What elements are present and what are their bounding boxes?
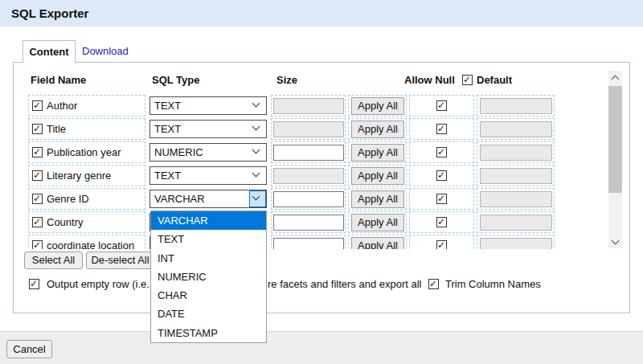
sql-type-select[interactable]: NUMERIC — [149, 143, 267, 162]
allow-null-checkbox[interactable] — [436, 217, 447, 227]
apply-cell: Apply All — [348, 95, 407, 117]
default-input — [480, 145, 552, 161]
sql-type-value: TEXT — [154, 121, 181, 137]
allow-null-checkbox[interactable] — [436, 170, 447, 181]
select-arrow-zone[interactable] — [249, 121, 266, 137]
size-input[interactable] — [273, 238, 344, 249]
chevron-down-icon — [252, 123, 260, 131]
size-input[interactable] — [273, 121, 344, 137]
field-checkbox[interactable] — [32, 100, 43, 111]
table-row: Country Apply All — [14, 211, 608, 235]
apply-cell: Apply All — [348, 141, 407, 163]
default-input — [480, 121, 552, 137]
table-row: Author TEXT Apply All — [14, 95, 608, 118]
dropdown-option-timestamp[interactable]: TIMESTAMP — [151, 324, 266, 342]
table-row: Publication year NUMERIC Apply All — [14, 141, 608, 165]
apply-all-button[interactable]: Apply All — [351, 190, 404, 208]
trim-column-names-label: Trim Column Names — [445, 278, 541, 290]
apply-all-button[interactable]: Apply All — [351, 121, 404, 138]
dropdown-option-text[interactable]: TEXT — [151, 230, 266, 248]
sql-type-select[interactable]: VARCHAR — [149, 190, 267, 208]
sql-type-cell: TEXT — [148, 165, 268, 186]
select-all-button[interactable]: Select All — [24, 252, 83, 269]
allow-null-cell — [409, 188, 474, 210]
size-cell — [271, 95, 346, 117]
size-input[interactable] — [273, 191, 344, 207]
select-arrow-zone[interactable] — [249, 190, 266, 207]
dropdown-option-char[interactable]: CHAR — [151, 286, 266, 305]
field-name-cell: Title — [28, 118, 145, 140]
allow-null-cell — [409, 118, 474, 140]
apply-cell: Apply All — [348, 188, 407, 210]
size-input[interactable] — [273, 98, 344, 114]
field-checkbox[interactable] — [32, 194, 43, 204]
chevron-down-icon — [252, 100, 260, 108]
apply-all-button[interactable]: Apply All — [351, 237, 404, 249]
allow-null-cell — [409, 235, 474, 249]
field-checkbox[interactable] — [32, 240, 43, 249]
tab-content[interactable]: Content — [23, 40, 76, 63]
trim-column-names-checkbox[interactable] — [428, 279, 439, 289]
field-checkbox[interactable] — [32, 147, 43, 157]
apply-all-button[interactable]: Apply All — [351, 144, 404, 162]
chevron-down-icon — [252, 170, 260, 178]
field-name-label: Publication year — [47, 142, 121, 163]
scroll-up-button[interactable] — [608, 71, 622, 84]
cancel-button[interactable]: Cancel — [6, 340, 52, 358]
output-empty-row-checkbox[interactable] — [29, 279, 39, 289]
dropdown-option-numeric[interactable]: NUMERIC — [151, 268, 266, 286]
allow-null-cell — [409, 165, 474, 186]
sql-type-value: TEXT — [154, 97, 181, 114]
size-input[interactable] — [273, 168, 344, 184]
allow-null-checkbox[interactable] — [436, 147, 447, 157]
default-cell — [477, 118, 555, 140]
size-input[interactable] — [273, 145, 344, 161]
select-arrow-zone[interactable] — [249, 97, 266, 114]
table-row: coordinate location Apply All — [14, 235, 608, 249]
field-checkbox[interactable] — [32, 170, 43, 181]
allow-null-checkbox[interactable] — [436, 124, 447, 134]
dialog-title: SQL Exporter — [11, 0, 88, 27]
apply-cell: Apply All — [348, 235, 407, 249]
sql-type-select[interactable]: TEXT — [149, 96, 267, 115]
select-arrow-zone[interactable] — [249, 167, 266, 184]
default-header-checkbox[interactable] — [462, 75, 473, 85]
vertical-scrollbar[interactable] — [608, 71, 622, 248]
deselect-all-button[interactable]: De-select All — [86, 252, 154, 269]
select-arrow-zone[interactable] — [249, 144, 266, 161]
apply-all-button[interactable]: Apply All — [351, 214, 404, 231]
sql-type-select[interactable]: TEXT — [149, 166, 267, 185]
apply-all-button[interactable]: Apply All — [351, 167, 404, 185]
scrollbar-thumb[interactable] — [608, 86, 622, 193]
allow-null-checkbox[interactable] — [436, 194, 447, 204]
tab-download[interactable]: Download — [82, 40, 129, 63]
field-name-cell: Genre ID — [28, 188, 145, 210]
sql-type-select[interactable]: TEXT — [149, 120, 267, 138]
allow-null-cell — [409, 211, 474, 233]
field-checkbox[interactable] — [32, 217, 43, 227]
allow-null-checkbox[interactable] — [436, 100, 447, 111]
field-table-scroll-area: Field Name SQL Type Size Allow Null Defa… — [14, 63, 608, 249]
allow-null-checkbox[interactable] — [436, 240, 447, 249]
dropdown-option-int[interactable]: INT — [151, 249, 266, 268]
size-cell — [271, 211, 346, 233]
default-input — [480, 98, 552, 114]
sql-type-cell: TEXT — [148, 95, 268, 117]
field-name-cell: coordinate location — [28, 235, 145, 249]
size-cell — [271, 235, 346, 249]
allow-null-cell — [409, 141, 474, 163]
column-header-default: Default — [477, 74, 512, 86]
scroll-down-button[interactable] — [608, 235, 622, 248]
sql-type-value: NUMERIC — [154, 144, 203, 161]
dropdown-option-date[interactable]: DATE — [151, 305, 266, 323]
column-header-size: Size — [276, 74, 297, 86]
table-row: Literary genre TEXT Apply All — [14, 165, 608, 188]
field-checkbox[interactable] — [32, 124, 43, 134]
chevron-down-icon — [252, 146, 260, 154]
default-input — [480, 215, 552, 231]
apply-cell: Apply All — [348, 118, 407, 140]
apply-cell: Apply All — [348, 211, 407, 233]
apply-all-button[interactable]: Apply All — [351, 97, 404, 115]
size-input[interactable] — [273, 215, 344, 231]
dropdown-option-varchar[interactable]: VARCHAR — [151, 211, 266, 230]
